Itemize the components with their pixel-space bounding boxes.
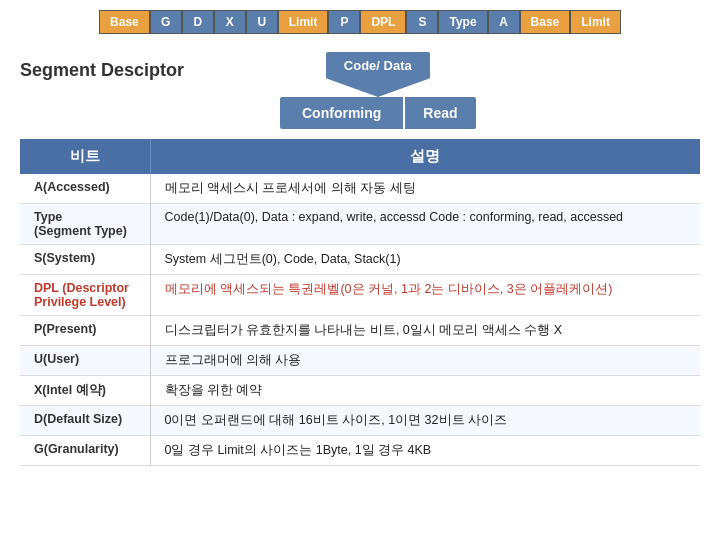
descriptor-box-a: A xyxy=(488,10,520,34)
segment-section: Segment Desciptor Code/ Data Conforming … xyxy=(20,52,700,129)
descriptor-box-type: Type xyxy=(438,10,487,34)
code-data-box: Code/ Data xyxy=(326,52,430,79)
bit-cell: G(Granularity) xyxy=(20,436,150,466)
desc-cell: 0일 경우 Limit의 사이즈는 1Byte, 1일 경우 4KB xyxy=(150,436,700,466)
bit-cell: D(Default Size) xyxy=(20,406,150,436)
desc-cell: 메모리 액세스시 프로세서에 의해 자동 세팅 xyxy=(150,174,700,204)
main-table: 비트 설명 A(Accessed)메모리 액세스시 프로세서에 의해 자동 세팅… xyxy=(20,139,700,466)
table-row: G(Granularity)0일 경우 Limit의 사이즈는 1Byte, 1… xyxy=(20,436,700,466)
table-row: D(Default Size)0이면 오퍼랜드에 대해 16비트 사이즈, 1이… xyxy=(20,406,700,436)
table-header-row: 비트 설명 xyxy=(20,139,700,174)
desc-cell: 디스크립터가 유효한지를 나타내는 비트, 0일시 메모리 액세스 수행 X xyxy=(150,316,700,346)
table-row: U(User)프로그래머에 의해 사용 xyxy=(20,346,700,376)
bit-cell: P(Present) xyxy=(20,316,150,346)
conforming-box: Conforming xyxy=(280,97,403,129)
segment-title: Segment Desciptor xyxy=(20,52,200,81)
descriptor-box-base: Base xyxy=(99,10,150,34)
col-desc-header: 설명 xyxy=(150,139,700,174)
desc-cell: 0이면 오퍼랜드에 대해 16비트 사이즈, 1이면 32비트 사이즈 xyxy=(150,406,700,436)
desc-cell: Code(1)/Data(0), Data : expand, write, a… xyxy=(150,204,700,245)
table-row: A(Accessed)메모리 액세스시 프로세서에 의해 자동 세팅 xyxy=(20,174,700,204)
table-row: X(Intel 예약)확장을 위한 예약 xyxy=(20,376,700,406)
descriptor-box-dpl: DPL xyxy=(360,10,406,34)
descriptor-box-d: D xyxy=(182,10,214,34)
descriptor-box-g: G xyxy=(150,10,182,34)
descriptor-bar: BaseGDXULimitPDPLSTypeABaseLimit xyxy=(20,10,700,34)
conforming-read-group: Conforming Read xyxy=(280,97,476,129)
descriptor-box-base: Base xyxy=(520,10,571,34)
table-row: P(Present)디스크립터가 유효한지를 나타내는 비트, 0일시 메모리 … xyxy=(20,316,700,346)
desc-cell: 메모리에 액세스되는 특권레벨(0은 커널, 1과 2는 디바이스, 3은 어플… xyxy=(150,275,700,316)
bit-cell: Type(Segment Type) xyxy=(20,204,150,245)
col-bit-header: 비트 xyxy=(20,139,150,174)
descriptor-box-p: P xyxy=(328,10,360,34)
descriptor-box-u: U xyxy=(246,10,278,34)
bit-cell: X(Intel 예약) xyxy=(20,376,150,406)
descriptor-box-limit: Limit xyxy=(570,10,621,34)
table-row: S(System)System 세그먼트(0), Code, Data, Sta… xyxy=(20,245,700,275)
table-row: DPL (DescriptorPrivilege Level)메모리에 액세스되… xyxy=(20,275,700,316)
desc-cell: 확장을 위한 예약 xyxy=(150,376,700,406)
bit-cell: S(System) xyxy=(20,245,150,275)
segment-visual: Code/ Data Conforming Read xyxy=(280,52,476,129)
desc-cell: System 세그먼트(0), Code, Data, Stack(1) xyxy=(150,245,700,275)
descriptor-boxes: BaseGDXULimitPDPLSTypeABaseLimit xyxy=(99,10,621,34)
bit-cell: U(User) xyxy=(20,346,150,376)
table-row: Type(Segment Type)Code(1)/Data(0), Data … xyxy=(20,204,700,245)
descriptor-box-x: X xyxy=(214,10,246,34)
descriptor-box-limit: Limit xyxy=(278,10,329,34)
descriptor-box-s: S xyxy=(406,10,438,34)
bit-cell: DPL (DescriptorPrivilege Level) xyxy=(20,275,150,316)
read-box: Read xyxy=(405,97,475,129)
bit-cell: A(Accessed) xyxy=(20,174,150,204)
desc-cell: 프로그래머에 의해 사용 xyxy=(150,346,700,376)
triangle-arrow xyxy=(328,79,428,97)
